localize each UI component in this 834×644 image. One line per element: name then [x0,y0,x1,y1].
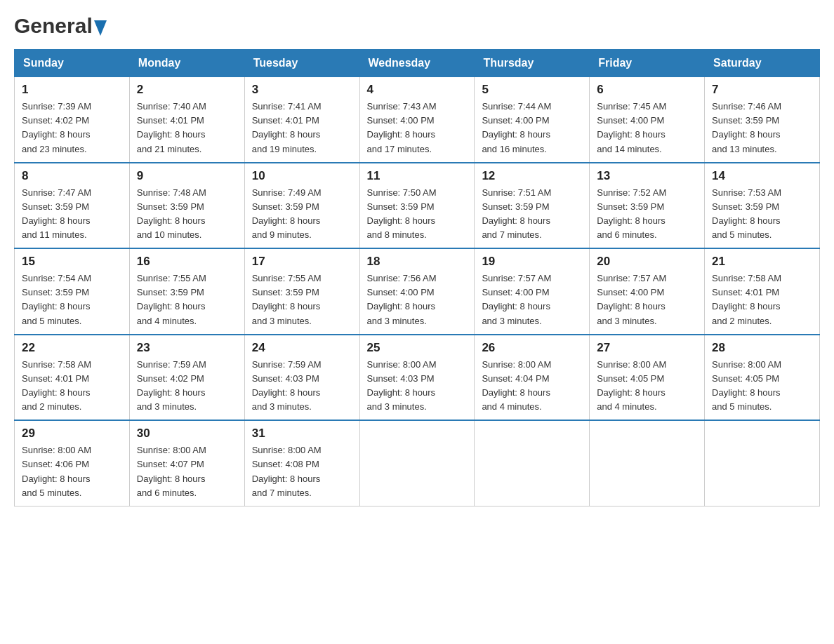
day-number: 2 [137,83,237,97]
calendar-cell: 27Sunrise: 8:00 AMSunset: 4:05 PMDayligh… [590,335,705,421]
calendar-week-3: 15Sunrise: 7:54 AMSunset: 3:59 PMDayligh… [15,248,820,335]
calendar-cell: 10Sunrise: 7:49 AMSunset: 3:59 PMDayligh… [244,163,359,249]
col-sunday: Sunday [15,50,130,77]
logo: General [14,14,107,35]
calendar-cell: 17Sunrise: 7:55 AMSunset: 3:59 PMDayligh… [244,248,359,335]
calendar-week-5: 29Sunrise: 8:00 AMSunset: 4:06 PMDayligh… [15,420,820,506]
day-info: Sunrise: 7:50 AMSunset: 3:59 PMDaylight:… [367,186,468,243]
calendar-cell: 26Sunrise: 8:00 AMSunset: 4:04 PMDayligh… [475,335,590,421]
day-number: 9 [137,169,237,183]
calendar-table: Sunday Monday Tuesday Wednesday Thursday… [14,49,820,507]
calendar-cell: 8Sunrise: 7:47 AMSunset: 3:59 PMDaylight… [15,163,130,249]
day-info: Sunrise: 7:59 AMSunset: 4:03 PMDaylight:… [252,358,352,415]
day-number: 16 [137,255,237,269]
day-info: Sunrise: 7:52 AMSunset: 3:59 PMDaylight:… [597,186,697,243]
day-info: Sunrise: 7:51 AMSunset: 3:59 PMDaylight:… [482,186,582,243]
day-number: 27 [597,341,697,355]
col-wednesday: Wednesday [359,50,475,77]
day-info: Sunrise: 8:00 AMSunset: 4:08 PMDaylight:… [252,443,352,500]
calendar-body: 1Sunrise: 7:39 AMSunset: 4:02 PMDaylight… [15,77,820,507]
day-number: 3 [252,83,352,97]
day-info: Sunrise: 8:00 AMSunset: 4:03 PMDaylight:… [367,358,468,415]
day-number: 23 [137,341,237,355]
calendar-cell: 29Sunrise: 8:00 AMSunset: 4:06 PMDayligh… [15,420,130,506]
day-number: 11 [367,169,468,183]
col-thursday: Thursday [475,50,590,77]
calendar-cell: 4Sunrise: 7:43 AMSunset: 4:00 PMDaylight… [359,77,475,163]
calendar-cell [705,420,820,506]
day-number: 18 [367,255,468,269]
day-number: 1 [22,83,122,97]
calendar-cell: 28Sunrise: 8:00 AMSunset: 4:05 PMDayligh… [705,335,820,421]
day-info: Sunrise: 7:39 AMSunset: 4:02 PMDaylight:… [22,100,122,156]
calendar-header-row: Sunday Monday Tuesday Wednesday Thursday… [15,50,820,77]
calendar-cell: 14Sunrise: 7:53 AMSunset: 3:59 PMDayligh… [705,163,820,249]
col-tuesday: Tuesday [244,50,359,77]
calendar-week-2: 8Sunrise: 7:47 AMSunset: 3:59 PMDaylight… [15,163,820,249]
calendar-week-1: 1Sunrise: 7:39 AMSunset: 4:02 PMDaylight… [15,77,820,163]
calendar-cell [590,420,705,506]
day-number: 26 [482,341,582,355]
day-number: 29 [22,427,122,441]
calendar-cell [359,420,475,506]
col-saturday: Saturday [705,50,820,77]
calendar-cell: 5Sunrise: 7:44 AMSunset: 4:00 PMDaylight… [475,77,590,163]
calendar-cell: 15Sunrise: 7:54 AMSunset: 3:59 PMDayligh… [15,248,130,335]
day-number: 24 [252,341,352,355]
calendar-cell: 31Sunrise: 8:00 AMSunset: 4:08 PMDayligh… [244,420,359,506]
day-number: 30 [137,427,237,441]
day-number: 14 [712,169,812,183]
day-info: Sunrise: 7:48 AMSunset: 3:59 PMDaylight:… [137,186,237,243]
day-info: Sunrise: 7:44 AMSunset: 4:00 PMDaylight:… [482,100,582,156]
calendar-cell: 30Sunrise: 8:00 AMSunset: 4:07 PMDayligh… [129,420,244,506]
day-number: 20 [597,255,697,269]
svg-marker-0 [94,20,107,36]
calendar-cell: 6Sunrise: 7:45 AMSunset: 4:00 PMDaylight… [590,77,705,163]
day-info: Sunrise: 7:49 AMSunset: 3:59 PMDaylight:… [252,186,352,243]
day-info: Sunrise: 7:53 AMSunset: 3:59 PMDaylight:… [712,186,812,243]
day-info: Sunrise: 7:55 AMSunset: 3:59 PMDaylight:… [137,271,237,328]
day-info: Sunrise: 8:00 AMSunset: 4:06 PMDaylight:… [22,443,122,500]
calendar-cell: 25Sunrise: 8:00 AMSunset: 4:03 PMDayligh… [359,335,475,421]
calendar-cell: 22Sunrise: 7:58 AMSunset: 4:01 PMDayligh… [15,335,130,421]
day-number: 5 [482,83,582,97]
day-number: 21 [712,255,812,269]
day-info: Sunrise: 7:54 AMSunset: 3:59 PMDaylight:… [22,271,122,328]
day-number: 17 [252,255,352,269]
logo-general-text: General [14,14,107,39]
day-number: 13 [597,169,697,183]
day-number: 31 [252,427,352,441]
day-number: 8 [22,169,122,183]
calendar-cell: 12Sunrise: 7:51 AMSunset: 3:59 PMDayligh… [475,163,590,249]
day-number: 22 [22,341,122,355]
calendar-cell: 16Sunrise: 7:55 AMSunset: 3:59 PMDayligh… [129,248,244,335]
day-info: Sunrise: 7:59 AMSunset: 4:02 PMDaylight:… [137,358,237,415]
calendar-cell: 13Sunrise: 7:52 AMSunset: 3:59 PMDayligh… [590,163,705,249]
calendar-cell: 1Sunrise: 7:39 AMSunset: 4:02 PMDaylight… [15,77,130,163]
day-info: Sunrise: 7:56 AMSunset: 4:00 PMDaylight:… [367,271,468,328]
day-info: Sunrise: 7:58 AMSunset: 4:01 PMDaylight:… [22,358,122,415]
day-info: Sunrise: 7:46 AMSunset: 3:59 PMDaylight:… [712,100,812,156]
day-info: Sunrise: 7:58 AMSunset: 4:01 PMDaylight:… [712,271,812,328]
day-number: 6 [597,83,697,97]
day-info: Sunrise: 7:45 AMSunset: 4:00 PMDaylight:… [597,100,697,156]
calendar-cell: 23Sunrise: 7:59 AMSunset: 4:02 PMDayligh… [129,335,244,421]
day-number: 15 [22,255,122,269]
calendar-week-4: 22Sunrise: 7:58 AMSunset: 4:01 PMDayligh… [15,335,820,421]
calendar-cell: 11Sunrise: 7:50 AMSunset: 3:59 PMDayligh… [359,163,475,249]
col-monday: Monday [129,50,244,77]
day-info: Sunrise: 8:00 AMSunset: 4:05 PMDaylight:… [597,358,697,415]
day-info: Sunrise: 7:55 AMSunset: 3:59 PMDaylight:… [252,271,352,328]
calendar-cell: 24Sunrise: 7:59 AMSunset: 4:03 PMDayligh… [244,335,359,421]
day-info: Sunrise: 7:57 AMSunset: 4:00 PMDaylight:… [482,271,582,328]
calendar-cell: 3Sunrise: 7:41 AMSunset: 4:01 PMDaylight… [244,77,359,163]
calendar-cell: 20Sunrise: 7:57 AMSunset: 4:00 PMDayligh… [590,248,705,335]
day-info: Sunrise: 7:47 AMSunset: 3:59 PMDaylight:… [22,186,122,243]
day-info: Sunrise: 8:00 AMSunset: 4:07 PMDaylight:… [137,443,237,500]
page-header: General [14,14,820,35]
day-number: 28 [712,341,812,355]
day-info: Sunrise: 7:43 AMSunset: 4:00 PMDaylight:… [367,100,468,156]
col-friday: Friday [590,50,705,77]
day-info: Sunrise: 7:57 AMSunset: 4:00 PMDaylight:… [597,271,697,328]
calendar-cell: 9Sunrise: 7:48 AMSunset: 3:59 PMDaylight… [129,163,244,249]
